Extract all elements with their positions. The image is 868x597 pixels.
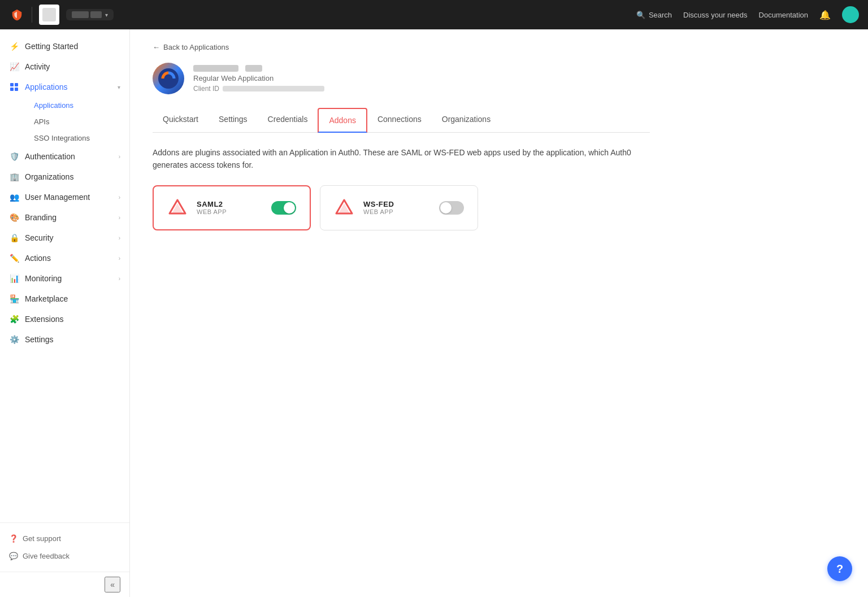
sidebar: ⚡ Getting Started 📈 Activity Application… — [0, 29, 130, 597]
branding-chevron-icon: › — [119, 215, 120, 221]
sidebar-item-branding[interactable]: 🎨 Branding › — [0, 207, 129, 228]
tab-settings[interactable]: Settings — [209, 108, 258, 133]
ws-fed-type: WEB APP — [363, 208, 430, 215]
user-avatar[interactable] — [842, 6, 859, 23]
applications-chevron-icon: ▾ — [118, 84, 120, 90]
ws-fed-toggle-knob — [440, 202, 452, 213]
sidebar-collapse-area: « — [0, 572, 129, 597]
svg-point-4 — [158, 68, 179, 89]
navbar-right: 🔍 Search Discuss your needs Documentatio… — [636, 6, 859, 23]
auth0-logo — [9, 7, 25, 23]
authentication-chevron-icon: › — [119, 154, 120, 160]
paint-icon: 🎨 — [9, 212, 19, 223]
svg-marker-6 — [172, 203, 183, 213]
navbar: ▾ 🔍 Search Discuss your needs Documentat… — [0, 0, 868, 29]
sidebar-item-marketplace[interactable]: 🏪 Marketplace — [0, 289, 129, 309]
help-button-label: ? — [836, 563, 843, 576]
sidebar-nav: ⚡ Getting Started 📈 Activity Application… — [0, 29, 129, 522]
navbar-divider — [32, 7, 32, 23]
svg-rect-0 — [10, 83, 14, 86]
give-feedback-link[interactable]: 💬 Give feedback — [0, 547, 129, 565]
sidebar-subitem-apis[interactable]: APIs — [25, 114, 129, 130]
user-management-chevron-icon: › — [119, 194, 120, 201]
store-icon: 🏪 — [9, 294, 19, 304]
support-icon: ❓ — [9, 534, 18, 543]
addon-card-saml2[interactable]: SAML2 WEB APP — [153, 185, 311, 230]
sidebar-footer: ❓ Get support 💬 Give feedback — [0, 522, 129, 572]
sidebar-item-security[interactable]: 🔒 Security › — [0, 228, 129, 248]
tabs-bar: Quickstart Settings Credentials Addons C… — [153, 108, 650, 133]
back-arrow-icon: ← — [153, 43, 160, 51]
feedback-icon: 💬 — [9, 552, 18, 560]
sidebar-collapse-button[interactable]: « — [105, 577, 120, 592]
monitoring-chevron-icon: › — [119, 276, 120, 282]
gear-icon: ⚙️ — [9, 334, 19, 345]
users-icon: 👥 — [9, 192, 19, 202]
sidebar-item-authentication[interactable]: 🛡️ Authentication › — [0, 146, 129, 167]
help-button[interactable]: ? — [827, 556, 852, 581]
back-to-applications-link[interactable]: ← Back to Applications — [153, 43, 650, 51]
sidebar-item-monitoring[interactable]: 📊 Monitoring › — [0, 268, 129, 289]
tenant-app-icon — [39, 5, 59, 25]
layout: ⚡ Getting Started 📈 Activity Application… — [0, 29, 868, 597]
app-icon — [9, 82, 19, 92]
app-header: Regular Web Application Client ID — [153, 63, 650, 94]
app-name-placeholder — [193, 65, 238, 72]
actions-chevron-icon: › — [119, 255, 120, 262]
shield-icon: 🛡️ — [9, 151, 19, 162]
building-icon: 🏢 — [9, 172, 19, 182]
get-support-link[interactable]: ❓ Get support — [0, 530, 129, 547]
saml2-icon — [167, 198, 188, 218]
tenant-chevron-icon: ▾ — [105, 12, 108, 18]
sidebar-item-getting-started[interactable]: ⚡ Getting Started — [0, 36, 129, 56]
svg-rect-3 — [15, 88, 18, 91]
bolt-icon: ⚡ — [9, 41, 19, 51]
saml2-toggle[interactable] — [271, 201, 296, 215]
tab-addons[interactable]: Addons — [318, 108, 367, 133]
svg-rect-1 — [15, 83, 18, 86]
discuss-needs-link[interactable]: Discuss your needs — [683, 11, 747, 19]
sidebar-item-user-management[interactable]: 👥 User Management › — [0, 187, 129, 207]
saml2-name: SAML2 — [197, 200, 262, 208]
tenant-selector[interactable]: ▾ — [66, 9, 114, 20]
ws-fed-toggle[interactable] — [439, 201, 464, 215]
sidebar-item-settings[interactable]: ⚙️ Settings — [0, 329, 129, 350]
saml2-type: WEB APP — [197, 208, 262, 215]
chart-line-icon: 📈 — [9, 62, 19, 72]
security-chevron-icon: › — [119, 235, 120, 241]
tab-quickstart[interactable]: Quickstart — [153, 108, 209, 133]
sidebar-subitem-applications[interactable]: Applications — [25, 97, 129, 114]
lightning-icon: ✏️ — [9, 253, 19, 263]
ws-fed-name: WS-FED — [363, 200, 430, 208]
addon-card-ws-fed[interactable]: WS-FED WEB APP — [320, 185, 478, 230]
sidebar-item-extensions[interactable]: 🧩 Extensions — [0, 309, 129, 329]
addons-grid: SAML2 WEB APP — [153, 185, 650, 230]
addons-description: Addons are plugins associated with an Ap… — [153, 146, 650, 172]
sidebar-item-activity[interactable]: 📈 Activity — [0, 56, 129, 77]
app-icon-large — [153, 63, 184, 94]
svg-marker-8 — [338, 203, 350, 213]
saml2-toggle-knob — [284, 202, 295, 213]
notifications-bell-icon[interactable]: 🔔 — [819, 10, 831, 20]
client-id-value — [223, 86, 324, 91]
tab-organizations[interactable]: Organizations — [432, 108, 501, 133]
app-client-id: Client ID — [193, 85, 324, 93]
app-name-row — [193, 65, 324, 72]
sidebar-item-organizations[interactable]: 🏢 Organizations — [0, 167, 129, 187]
app-name-placeholder-2 — [245, 65, 262, 72]
sidebar-subitem-sso[interactable]: SSO Integrations — [25, 130, 129, 146]
saml2-info: SAML2 WEB APP — [197, 200, 262, 215]
svg-rect-2 — [10, 88, 14, 91]
search-label: Search — [649, 11, 672, 19]
applications-subnav: Applications APIs SSO Integrations — [0, 97, 129, 146]
ws-fed-info: WS-FED WEB APP — [363, 200, 430, 215]
search-button[interactable]: 🔍 Search — [636, 11, 672, 19]
documentation-link[interactable]: Documentation — [759, 11, 808, 19]
sidebar-item-actions[interactable]: ✏️ Actions › — [0, 248, 129, 268]
sidebar-item-applications[interactable]: Applications ▾ — [0, 77, 129, 97]
tab-credentials[interactable]: Credentials — [258, 108, 318, 133]
search-icon: 🔍 — [636, 11, 645, 19]
tab-connections[interactable]: Connections — [367, 108, 432, 133]
ws-fed-icon — [334, 198, 354, 218]
content-area: ← Back to Applications — [130, 29, 672, 244]
